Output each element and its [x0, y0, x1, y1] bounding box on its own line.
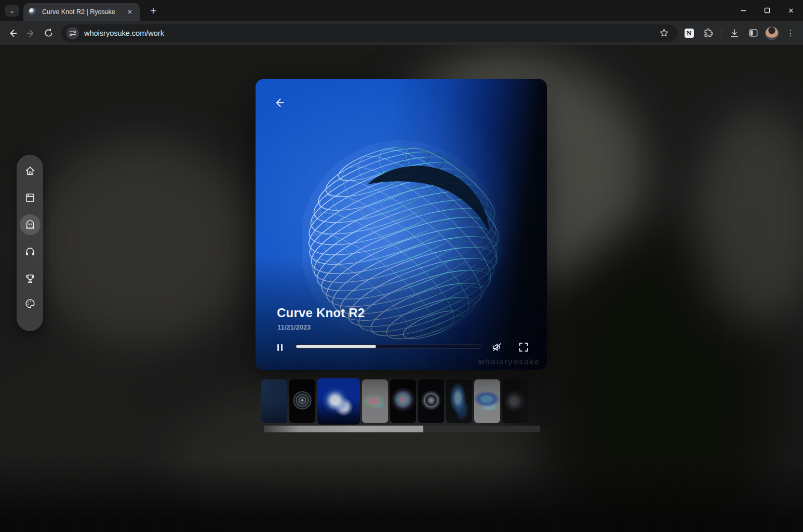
kebab-menu-icon: ⋮ [786, 28, 795, 38]
palette-icon [24, 298, 36, 309]
notion-icon: N [685, 29, 694, 38]
active-tab[interactable]: Curve Knot R2 | Ryosuke ✕ [23, 3, 140, 21]
download-icon [729, 28, 740, 38]
sidebar-item-work[interactable] [20, 214, 41, 235]
thumbnail-blue-fluid[interactable] [446, 379, 472, 423]
close-icon: ✕ [788, 7, 794, 15]
browser-menu-button[interactable]: ⋮ [782, 25, 799, 42]
new-tab-button[interactable]: + [146, 4, 160, 18]
floating-sidebar [17, 155, 43, 331]
forward-arrow-icon [25, 28, 36, 38]
pause-button[interactable] [275, 343, 285, 352]
thumbnail-curve-knot-active[interactable] [317, 378, 360, 425]
tab-close-icon[interactable]: ✕ [125, 7, 135, 17]
sidebar-item-theme[interactable] [20, 293, 41, 314]
thumbnail-dotted-sphere[interactable] [418, 379, 444, 423]
reload-button[interactable] [39, 24, 57, 42]
chevron-down-icon: ⌄ [9, 7, 15, 15]
site-settings-icon [69, 30, 76, 37]
thumbnail-scrollbar-thumb[interactable] [264, 426, 423, 432]
reload-icon [44, 28, 53, 38]
headphones-icon [24, 246, 36, 257]
forward-button[interactable] [22, 24, 39, 42]
toolbar-extensions: N ⋮ [681, 25, 799, 42]
thumbnail-strip-fade [499, 375, 556, 427]
artwork-date: 11/21/2023 [277, 323, 311, 331]
back-arrow-icon [273, 96, 286, 110]
browser-toolbar: whoisryosuke.com/work N ⋮ [0, 21, 803, 45]
fullscreen-button[interactable] [517, 340, 530, 354]
video-controls [256, 340, 547, 356]
tab-title: Curve Knot R2 | Ryosuke [42, 8, 125, 16]
profile-avatar [765, 26, 779, 40]
mute-button[interactable] [490, 340, 504, 354]
extensions-button[interactable] [700, 25, 716, 42]
maximize-button[interactable] [755, 0, 779, 21]
thumbnail-iridescent-flower[interactable] [390, 379, 416, 423]
thumbnail-iridescent-shards[interactable] [474, 379, 500, 423]
address-bar[interactable]: whoisryosuke.com/work [61, 24, 678, 42]
star-icon [659, 28, 669, 38]
thumbnail-holographic-pastel[interactable] [362, 379, 388, 423]
home-icon [24, 165, 36, 176]
bookmark-button[interactable] [656, 25, 673, 42]
downloads-button[interactable] [726, 25, 743, 42]
thumbnail-blue-gradient[interactable] [261, 379, 287, 423]
sidebar-item-achievements[interactable] [20, 268, 41, 289]
back-button[interactable] [4, 24, 22, 42]
close-window-button[interactable]: ✕ [779, 0, 803, 21]
artwork-thumbnail-strip [261, 378, 528, 425]
profile-button[interactable] [764, 25, 780, 42]
back-arrow-icon [8, 28, 18, 38]
url-text[interactable]: whoisryosuke.com/work [84, 29, 656, 37]
browser-window: ⌄ Curve Knot R2 | Ryosuke ✕ + ✕ [0, 0, 803, 532]
toolbar-divider [721, 29, 722, 38]
muted-speaker-icon [491, 342, 503, 353]
lightbox-back-button[interactable] [272, 96, 287, 110]
video-progress-bar[interactable] [295, 344, 481, 349]
site-info-button[interactable] [66, 27, 79, 39]
window-controls: ✕ [731, 0, 803, 21]
sidebar-item-home[interactable] [20, 160, 41, 181]
artwork-title: Curve Knot R2 [277, 306, 365, 320]
watermark-text: whoisryosuke [478, 357, 540, 366]
page-content: Curve Knot R2 11/21/2023 whoisryosuke [0, 45, 803, 532]
side-panel-button[interactable] [745, 25, 761, 42]
video-progress-fill [296, 345, 376, 348]
thumbnail-wireframe-sphere[interactable] [289, 379, 315, 423]
fullscreen-icon [518, 342, 529, 352]
thumbnail-scrollbar-track[interactable] [264, 426, 540, 432]
notion-extension-button[interactable]: N [681, 25, 698, 42]
puzzle-icon [703, 28, 713, 38]
sidebar-item-music[interactable] [20, 241, 41, 262]
tab-search-button[interactable]: ⌄ [5, 5, 19, 17]
minimize-button[interactable] [731, 0, 755, 21]
book-icon [24, 192, 36, 203]
sidebar-item-writing[interactable] [20, 187, 41, 208]
tab-bar: ⌄ Curve Knot R2 | Ryosuke ✕ + ✕ [0, 0, 803, 21]
trophy-icon [24, 273, 36, 284]
site-favicon-icon [29, 8, 37, 16]
artwork-lightbox: Curve Knot R2 11/21/2023 whoisryosuke [256, 79, 547, 370]
ghost-icon [24, 219, 36, 230]
plus-icon: + [150, 5, 156, 17]
side-panel-icon [748, 28, 758, 38]
